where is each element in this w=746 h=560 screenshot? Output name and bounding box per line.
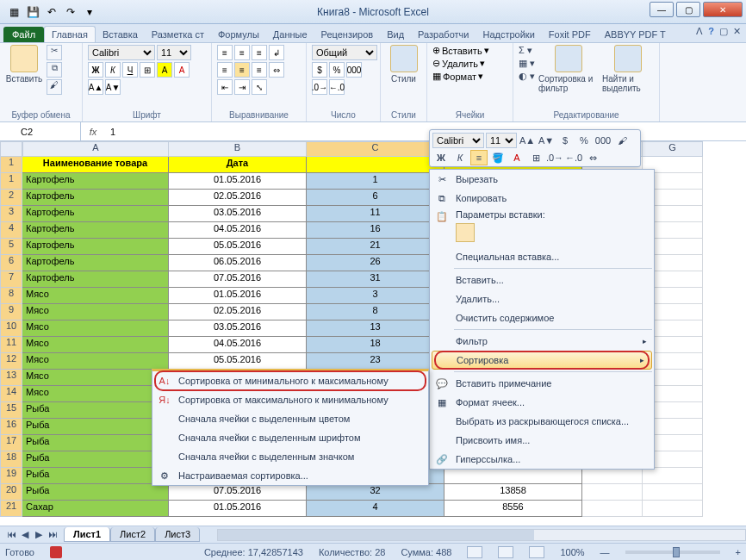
cell[interactable]: Мясо	[22, 304, 169, 320]
wrap-text-icon[interactable]: ↲	[269, 45, 284, 60]
cell[interactable]: Мясо	[22, 386, 169, 402]
header-cell[interactable]: Дата	[169, 157, 307, 173]
cell[interactable]: Картофель	[22, 222, 169, 239]
cells-format-button[interactable]: ▦ Формат ▾	[432, 71, 483, 82]
fx-icon[interactable]: fx	[81, 127, 105, 137]
cell[interactable]: 1	[307, 173, 444, 190]
row-header[interactable]: 1	[0, 173, 22, 190]
ctx-comment[interactable]: 💬Вставить примечание	[430, 374, 654, 393]
currency-icon[interactable]: $	[312, 62, 327, 78]
mini-italic-icon[interactable]: К	[451, 150, 469, 165]
ctx-copy[interactable]: ⧉Копировать	[430, 189, 654, 208]
cell[interactable]: Мясо	[22, 337, 169, 353]
cell[interactable]: 23	[307, 353, 444, 370]
comma-icon[interactable]: 000	[346, 62, 362, 78]
doc-close-icon[interactable]: ✕	[733, 26, 741, 37]
row-header[interactable]: 16	[0, 419, 22, 435]
merge-icon[interactable]: ⇔	[269, 62, 284, 78]
cell[interactable]	[444, 468, 582, 484]
cell[interactable]: 04.05.2016	[169, 337, 307, 353]
sort-custom[interactable]: ⚙Настраиваемая сортировка...	[152, 466, 428, 485]
paste-default-icon[interactable]	[456, 223, 475, 242]
align-center-icon[interactable]: ≡	[234, 62, 250, 78]
sheet-nav-next-icon[interactable]: ▶	[33, 529, 45, 540]
grow-font-icon[interactable]: A▲	[88, 79, 103, 95]
tab-home[interactable]: Главная	[44, 26, 96, 42]
indent-dec-icon[interactable]: ⇤	[217, 79, 233, 95]
shrink-font-icon[interactable]: A▼	[105, 79, 121, 95]
mini-inc-dec-icon[interactable]: .0→	[546, 150, 563, 165]
row-header[interactable]: 12	[0, 353, 22, 370]
font-name-select[interactable]: Calibri	[88, 45, 155, 60]
cell[interactable]: 02.05.2016	[169, 304, 307, 320]
cell[interactable]: Картофель	[22, 255, 169, 271]
cell[interactable]	[582, 501, 643, 517]
ctx-insert[interactable]: Вставить...	[430, 271, 654, 289]
tab-addins[interactable]: Надстройки	[476, 27, 541, 42]
column-header[interactable]: G	[643, 141, 703, 157]
cell[interactable]: 3	[307, 288, 444, 304]
cell[interactable]: 6	[307, 190, 444, 206]
mini-font-select[interactable]: Calibri	[432, 133, 484, 148]
mini-merge-icon[interactable]: ⇔	[584, 150, 601, 165]
row-header[interactable]: 9	[0, 304, 22, 320]
cell[interactable]: Картофель	[22, 190, 169, 206]
styles-button[interactable]: Стили	[386, 45, 421, 84]
ctx-delete[interactable]: Удалить...	[430, 289, 654, 308]
row-header[interactable]: 3	[0, 206, 22, 222]
horizontal-scrollbar[interactable]	[217, 529, 746, 541]
qat-more-icon[interactable]: ▾	[81, 3, 98, 21]
sort-by-icon[interactable]: Сначала ячейки с выделенным значком	[152, 447, 428, 466]
mini-align-center-icon[interactable]: ≡	[470, 150, 488, 165]
mini-fill-color-icon[interactable]: 🪣	[489, 150, 507, 165]
ctx-clear[interactable]: Очистить содержимое	[430, 308, 654, 327]
mini-bold-icon[interactable]: Ж	[432, 150, 450, 165]
sort-desc[interactable]: Я↓Сортировка от максимального к минималь…	[152, 390, 428, 409]
sheet-nav-last-icon[interactable]: ⏭	[47, 529, 59, 540]
tab-layout[interactable]: Разметка ст	[145, 27, 211, 42]
cell[interactable]: 13858	[444, 484, 582, 501]
cell[interactable]: Рыба	[22, 419, 169, 435]
sort-by-color[interactable]: Сначала ячейки с выделенным цветом	[152, 409, 428, 428]
macro-record-icon[interactable]	[50, 546, 62, 558]
tab-data[interactable]: Данные	[266, 27, 314, 42]
select-all-corner[interactable]	[0, 141, 22, 157]
view-normal-icon[interactable]	[467, 546, 482, 558]
column-header[interactable]: C	[307, 141, 444, 157]
tab-abbyy[interactable]: ABBYY PDF T	[598, 27, 673, 42]
maximize-button[interactable]: ▢	[676, 2, 700, 17]
sheet-tab-2[interactable]: Лист2	[110, 527, 155, 542]
row-header[interactable]: 13	[0, 370, 22, 386]
view-layout-icon[interactable]	[498, 546, 513, 558]
row-header[interactable]: 11	[0, 337, 22, 353]
fill-color-button[interactable]: A	[157, 62, 172, 78]
header-cell[interactable]	[307, 157, 444, 173]
font-size-select[interactable]: 11	[157, 45, 191, 60]
cell[interactable]: 06.05.2016	[169, 255, 307, 271]
sheet-tab-1[interactable]: Лист1	[64, 527, 110, 542]
row-header[interactable]: 1	[0, 157, 22, 173]
ctx-filter[interactable]: Фильтр▸	[430, 332, 654, 351]
cell[interactable]: Рыба	[22, 484, 169, 501]
column-header[interactable]: B	[169, 141, 307, 157]
cell[interactable]: 01.05.2016	[169, 501, 307, 517]
cell[interactable]: 05.05.2016	[169, 353, 307, 370]
mini-grow-font-icon[interactable]: A▲	[519, 133, 536, 148]
close-button[interactable]: ✕	[703, 2, 743, 17]
cells-insert-button[interactable]: ⊕ Вставить ▾	[432, 45, 489, 56]
align-left-icon[interactable]: ≡	[217, 62, 233, 78]
sort-by-font[interactable]: Сначала ячейки с выделенным шрифтом	[152, 428, 428, 447]
cell[interactable]: Картофель	[22, 173, 169, 190]
tab-formulas[interactable]: Формулы	[211, 27, 266, 42]
sort-filter-button[interactable]: Сортировка и фильтр	[538, 45, 599, 93]
align-mid-icon[interactable]: ≡	[234, 45, 250, 60]
fill-icon[interactable]: ▦ ▾	[519, 58, 535, 69]
cell[interactable]: 01.05.2016	[169, 173, 307, 190]
file-tab[interactable]: Файл	[3, 27, 44, 42]
sheet-nav-first-icon[interactable]: ⏮	[5, 529, 17, 540]
cell[interactable]: 8556	[444, 501, 582, 517]
tab-view[interactable]: Вид	[380, 27, 411, 42]
cell[interactable]: Сахар	[22, 501, 169, 517]
minimize-ribbon-icon[interactable]: ᐱ	[696, 26, 703, 37]
cut-icon[interactable]: ✂	[47, 45, 62, 60]
